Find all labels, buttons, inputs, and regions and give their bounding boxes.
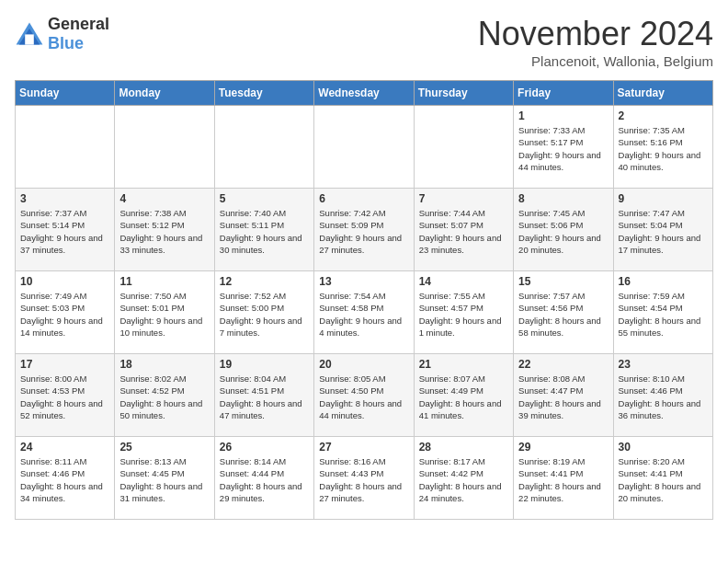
day-number: 2	[619, 109, 708, 122]
logo-general: General	[48, 15, 109, 33]
calendar-week-2: 3Sunrise: 7:37 AMSunset: 5:14 PMDaylight…	[16, 189, 713, 271]
day-number: 30	[619, 441, 708, 454]
day-info: Sunrise: 7:35 AMSunset: 5:16 PMDaylight:…	[619, 124, 708, 173]
calendar-cell: 30Sunrise: 8:20 AMSunset: 4:41 PMDayligh…	[613, 437, 712, 520]
calendar-cell: 22Sunrise: 8:08 AMSunset: 4:47 PMDayligh…	[514, 354, 613, 437]
calendar-cell: 8Sunrise: 7:45 AMSunset: 5:06 PMDaylight…	[514, 189, 613, 271]
day-number: 29	[518, 441, 608, 454]
calendar-week-4: 17Sunrise: 8:00 AMSunset: 4:53 PMDayligh…	[16, 354, 713, 437]
day-number: 5	[220, 192, 309, 205]
calendar-cell: 15Sunrise: 7:57 AMSunset: 4:56 PMDayligh…	[514, 271, 613, 354]
day-info: Sunrise: 8:16 AMSunset: 4:43 PMDaylight:…	[319, 455, 408, 504]
logo-blue: Blue	[48, 34, 84, 52]
day-number: 11	[119, 275, 209, 288]
day-number: 21	[419, 358, 508, 371]
calendar-cell	[16, 106, 115, 189]
col-wednesday: Wednesday	[314, 81, 414, 106]
day-number: 9	[619, 192, 708, 205]
calendar-cell: 18Sunrise: 8:02 AMSunset: 4:52 PMDayligh…	[115, 354, 214, 437]
day-number: 13	[319, 275, 408, 288]
calendar-cell: 2Sunrise: 7:35 AMSunset: 5:16 PMDaylight…	[613, 106, 712, 189]
day-number: 18	[119, 358, 209, 371]
calendar-cell: 16Sunrise: 7:59 AMSunset: 4:54 PMDayligh…	[613, 271, 712, 354]
day-number: 26	[220, 441, 309, 454]
calendar-cell: 26Sunrise: 8:14 AMSunset: 4:44 PMDayligh…	[214, 437, 313, 520]
day-number: 19	[220, 358, 309, 371]
col-thursday: Thursday	[414, 81, 513, 106]
day-number: 28	[419, 441, 508, 454]
day-number: 14	[419, 275, 508, 288]
day-info: Sunrise: 7:47 AMSunset: 5:04 PMDaylight:…	[619, 207, 708, 256]
header: General Blue November 2024 Plancenoit, W…	[15, 15, 713, 69]
day-info: Sunrise: 7:42 AMSunset: 5:09 PMDaylight:…	[319, 207, 408, 256]
calendar-cell: 11Sunrise: 7:50 AMSunset: 5:01 PMDayligh…	[115, 271, 214, 354]
logo-icon	[15, 21, 44, 47]
day-number: 8	[518, 192, 608, 205]
calendar-cell: 3Sunrise: 7:37 AMSunset: 5:14 PMDaylight…	[16, 189, 115, 271]
day-number: 25	[119, 441, 209, 454]
day-info: Sunrise: 7:33 AMSunset: 5:17 PMDaylight:…	[518, 124, 608, 173]
col-sunday: Sunday	[16, 81, 115, 106]
logo: General Blue	[15, 15, 109, 53]
day-number: 4	[119, 192, 209, 205]
day-info: Sunrise: 8:08 AMSunset: 4:47 PMDaylight:…	[518, 373, 608, 421]
col-saturday: Saturday	[613, 81, 712, 106]
day-number: 17	[20, 358, 109, 371]
day-info: Sunrise: 8:20 AMSunset: 4:41 PMDaylight:…	[619, 455, 708, 504]
day-number: 23	[619, 358, 708, 371]
calendar-cell: 4Sunrise: 7:38 AMSunset: 5:12 PMDaylight…	[115, 189, 214, 271]
day-info: Sunrise: 8:00 AMSunset: 4:53 PMDaylight:…	[20, 373, 109, 421]
calendar-cell	[115, 106, 214, 189]
calendar-cell: 21Sunrise: 8:07 AMSunset: 4:49 PMDayligh…	[414, 354, 513, 437]
title-area: November 2024 Plancenoit, Wallonia, Belg…	[478, 15, 713, 69]
day-info: Sunrise: 8:14 AMSunset: 4:44 PMDaylight:…	[220, 455, 309, 504]
day-number: 1	[518, 109, 608, 122]
day-info: Sunrise: 7:52 AMSunset: 5:00 PMDaylight:…	[220, 290, 309, 339]
header-row: Sunday Monday Tuesday Wednesday Thursday…	[16, 81, 713, 106]
day-info: Sunrise: 7:38 AMSunset: 5:12 PMDaylight:…	[119, 207, 209, 256]
day-info: Sunrise: 7:37 AMSunset: 5:14 PMDaylight:…	[20, 207, 109, 256]
day-number: 3	[20, 192, 109, 205]
calendar-cell	[314, 106, 414, 189]
day-info: Sunrise: 7:59 AMSunset: 4:54 PMDaylight:…	[619, 290, 708, 339]
day-number: 15	[518, 275, 608, 288]
day-info: Sunrise: 7:45 AMSunset: 5:06 PMDaylight:…	[518, 207, 608, 256]
day-info: Sunrise: 7:55 AMSunset: 4:57 PMDaylight:…	[419, 290, 508, 339]
day-number: 22	[518, 358, 608, 371]
day-number: 12	[220, 275, 309, 288]
calendar-cell: 20Sunrise: 8:05 AMSunset: 4:50 PMDayligh…	[314, 354, 414, 437]
col-monday: Monday	[115, 81, 214, 106]
day-info: Sunrise: 8:10 AMSunset: 4:46 PMDaylight:…	[619, 373, 708, 421]
calendar-cell: 12Sunrise: 7:52 AMSunset: 5:00 PMDayligh…	[214, 271, 313, 354]
calendar-cell: 27Sunrise: 8:16 AMSunset: 4:43 PMDayligh…	[314, 437, 414, 520]
month-title: November 2024	[478, 15, 713, 53]
calendar-cell	[214, 106, 313, 189]
day-info: Sunrise: 7:54 AMSunset: 4:58 PMDaylight:…	[319, 290, 408, 339]
calendar-cell: 1Sunrise: 7:33 AMSunset: 5:17 PMDaylight…	[514, 106, 613, 189]
calendar-cell: 28Sunrise: 8:17 AMSunset: 4:42 PMDayligh…	[414, 437, 513, 520]
day-info: Sunrise: 8:13 AMSunset: 4:45 PMDaylight:…	[119, 455, 209, 504]
calendar-cell: 25Sunrise: 8:13 AMSunset: 4:45 PMDayligh…	[115, 437, 214, 520]
day-info: Sunrise: 7:44 AMSunset: 5:07 PMDaylight:…	[419, 207, 508, 256]
subtitle: Plancenoit, Wallonia, Belgium	[478, 53, 713, 69]
day-info: Sunrise: 8:02 AMSunset: 4:52 PMDaylight:…	[119, 373, 209, 421]
day-number: 7	[419, 192, 508, 205]
day-number: 27	[319, 441, 408, 454]
day-info: Sunrise: 8:04 AMSunset: 4:51 PMDaylight:…	[220, 373, 309, 421]
calendar-cell: 17Sunrise: 8:00 AMSunset: 4:53 PMDayligh…	[16, 354, 115, 437]
day-info: Sunrise: 8:11 AMSunset: 4:46 PMDaylight:…	[20, 455, 109, 504]
calendar-cell: 7Sunrise: 7:44 AMSunset: 5:07 PMDaylight…	[414, 189, 513, 271]
day-info: Sunrise: 8:17 AMSunset: 4:42 PMDaylight:…	[419, 455, 508, 504]
day-number: 10	[20, 275, 109, 288]
col-tuesday: Tuesday	[214, 81, 313, 106]
calendar-cell	[414, 106, 513, 189]
day-number: 20	[319, 358, 408, 371]
day-info: Sunrise: 7:40 AMSunset: 5:11 PMDaylight:…	[220, 207, 309, 256]
calendar-week-3: 10Sunrise: 7:49 AMSunset: 5:03 PMDayligh…	[16, 271, 713, 354]
day-info: Sunrise: 7:57 AMSunset: 4:56 PMDaylight:…	[518, 290, 608, 339]
calendar-cell: 9Sunrise: 7:47 AMSunset: 5:04 PMDaylight…	[613, 189, 712, 271]
calendar-week-5: 24Sunrise: 8:11 AMSunset: 4:46 PMDayligh…	[16, 437, 713, 520]
calendar-cell: 23Sunrise: 8:10 AMSunset: 4:46 PMDayligh…	[613, 354, 712, 437]
logo-text: General Blue	[48, 15, 109, 53]
calendar-cell: 24Sunrise: 8:11 AMSunset: 4:46 PMDayligh…	[16, 437, 115, 520]
